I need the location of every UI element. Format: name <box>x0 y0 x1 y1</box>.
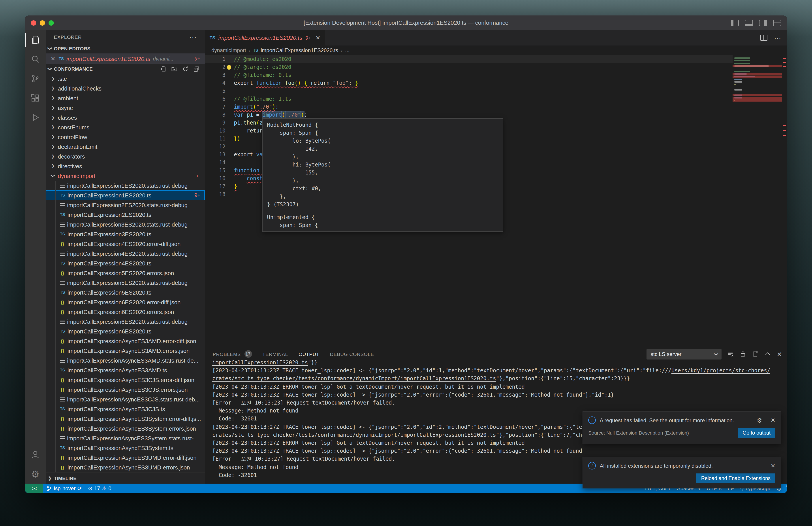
toggle-panel-icon[interactable] <box>745 20 753 26</box>
tree-folder[interactable]: ❯controlFlow <box>46 132 205 142</box>
minimap[interactable] <box>733 55 782 346</box>
editor-more-actions-icon[interactable]: ··· <box>774 34 781 42</box>
tree-file[interactable]: importCallExpression6ES2020.stats.rust-d… <box>46 317 205 326</box>
tree-folder[interactable]: ❯classes <box>46 113 205 122</box>
breadcrumb-file[interactable]: importCallExpression1ES2020.ts <box>261 47 338 54</box>
sync-icon[interactable]: ⟳ <box>77 485 82 492</box>
tree-file[interactable]: TSimportCallExpressionAsyncES3CJS.ts <box>46 404 205 414</box>
source-control-icon[interactable] <box>25 69 46 88</box>
tree-file[interactable]: TSimportCallExpression2ES2020.ts <box>46 210 205 219</box>
tree-folder[interactable]: ❯decorators <box>46 152 205 161</box>
tree-file[interactable]: {}importCallExpressionAsyncES3CJS.errors… <box>46 385 205 394</box>
tree-folder[interactable]: ❯additionalChecks <box>46 84 205 93</box>
extensions-icon[interactable] <box>25 88 46 108</box>
settings-gear-icon[interactable]: ⚙ <box>25 464 46 484</box>
tree-folder[interactable]: ❯dynamicImport● <box>46 171 205 181</box>
tree-file[interactable]: TSimportCallExpression5ES2020.ts <box>46 287 205 297</box>
editor-tab[interactable]: TS importCallExpression1ES2020.ts 9+ ✕ <box>205 30 325 45</box>
tree-file[interactable]: {}importCallExpression4ES2020.error-diff… <box>46 239 205 248</box>
tree-file[interactable]: importCallExpression4ES2020.stats.rust-d… <box>46 248 205 258</box>
clear-output-icon[interactable] <box>727 351 734 357</box>
tree-file[interactable]: importCallExpression3ES2020.stats.rust-d… <box>46 219 205 229</box>
tree-file[interactable]: {}importCallExpressionAsyncES3UMD.error-… <box>46 453 205 463</box>
output-file-link[interactable]: crates/stc_ts_type_checker/tests/conform… <box>212 432 496 438</box>
tree-item-label: directives <box>58 163 82 169</box>
tree-folder[interactable]: ❯ambient <box>46 93 205 103</box>
notification-settings-gear-icon[interactable]: ⚙ <box>757 417 762 424</box>
tree-file[interactable]: importCallExpressionAsyncES3System.stats… <box>46 433 205 443</box>
tree-folder[interactable]: ❯declarationEmit <box>46 142 205 152</box>
notification-close-icon[interactable]: ✕ <box>770 463 775 469</box>
toggle-sidebar-icon[interactable] <box>731 20 739 26</box>
lock-icon[interactable] <box>740 351 746 357</box>
tree-folder[interactable]: ❯.stc <box>46 74 205 84</box>
tree-folder[interactable]: ❯constEnums <box>46 122 205 132</box>
minimize-window-button[interactable] <box>40 20 45 25</box>
tree-file[interactable]: {}importCallExpressionAsyncES3AMD.errors… <box>46 346 205 356</box>
tree-file[interactable]: TSimportCallExpressionAsyncES3System.ts <box>46 443 205 453</box>
tree-file[interactable]: {}importCallExpressionAsyncES3System.err… <box>46 424 205 433</box>
tree-file[interactable]: {}importCallExpression6ES2020.errors.jso… <box>46 307 205 317</box>
toggle-secondary-sidebar-icon[interactable] <box>759 20 767 26</box>
open-editor-item[interactable]: ✕ TS importCallExpression1ES2020.ts dyna… <box>46 54 205 64</box>
tree-item-label: importCallExpressionAsyncES3UMD.error-di… <box>68 454 197 461</box>
tree-file[interactable]: importCallExpression5ES2020.stats.rust-d… <box>46 278 205 287</box>
output-file-link[interactable]: importCallExpression1ES2020.ts <box>212 359 308 366</box>
tree-file[interactable]: TSimportCallExpressionAsyncES3AMD.ts <box>46 365 205 375</box>
output-file-link[interactable]: Users/kdy1/projects/stc-chores/ <box>671 368 770 374</box>
run-debug-icon[interactable] <box>25 108 46 127</box>
close-editor-icon[interactable]: ✕ <box>50 56 56 62</box>
search-icon[interactable] <box>25 49 46 69</box>
collapse-folders-icon[interactable] <box>193 66 200 72</box>
tree-file[interactable]: TSimportCallExpression3ES2020.ts <box>46 229 205 239</box>
explorer-icon[interactable] <box>25 30 46 49</box>
tree-file[interactable]: importCallExpressionAsyncES3AMD.stats.ru… <box>46 356 205 365</box>
close-window-button[interactable] <box>31 20 36 25</box>
tree-file[interactable]: {}importCallExpressionAsyncES3UMD.errors… <box>46 463 205 472</box>
go-to-output-button[interactable]: Go to output <box>738 428 775 438</box>
remote-indicator[interactable]: >< <box>25 484 43 493</box>
code-line: 5 <box>205 87 733 95</box>
split-editor-icon[interactable] <box>760 35 767 41</box>
maximize-panel-icon[interactable] <box>765 351 771 357</box>
tree-file[interactable]: TSimportCallExpression4ES2020.ts <box>46 258 205 268</box>
tree-file[interactable]: {}importCallExpressionAsyncES3AMD.error-… <box>46 336 205 346</box>
tree-file[interactable]: {}importCallExpression6ES2020.error-diff… <box>46 297 205 307</box>
breadcrumb[interactable]: dynamicImport › TS importCallExpression1… <box>205 45 787 55</box>
tree-item-label: importCallExpression1ES2020.stats.rust-d… <box>67 182 188 189</box>
breadcrumb-folder[interactable]: dynamicImport <box>212 47 246 54</box>
new-file-icon[interactable] <box>160 66 166 72</box>
sidebar-more-actions-icon[interactable]: ··· <box>189 33 197 40</box>
tree-file[interactable]: TSimportCallExpression6ES2020.ts <box>46 326 205 336</box>
tree-file[interactable]: {}importCallExpressionAsyncES3CJS.error-… <box>46 375 205 385</box>
tree-folder[interactable]: ❯async <box>46 103 205 113</box>
refresh-icon[interactable] <box>182 66 188 72</box>
tree-file[interactable]: importCallExpressionAsyncES3CJS.stats.ru… <box>46 394 205 404</box>
lightbulb-icon[interactable] <box>227 65 231 69</box>
tab-close-icon[interactable]: ✕ <box>316 34 320 41</box>
close-panel-icon[interactable]: ✕ <box>777 351 782 357</box>
tree-file[interactable]: {}importCallExpressionAsyncES3System.err… <box>46 414 205 424</box>
problems-status-item[interactable]: ⊗17 ⚠0 <box>85 485 115 492</box>
git-branch-item[interactable]: lsp-hover ⟳ <box>43 485 85 492</box>
tree-file[interactable]: TSimportCallExpression1ES2020.ts9+ <box>46 190 205 200</box>
breadcrumb-symbol[interactable]: ... <box>345 47 349 54</box>
tree-file[interactable]: {}importCallExpression5ES2020.errors.jso… <box>46 268 205 278</box>
conformance-section-header[interactable]: ❯ CONFORMANCE <box>46 64 205 74</box>
output-file-link[interactable]: crates/stc_ts_type_checker/tests/conform… <box>212 375 496 382</box>
notification-close-icon[interactable]: ✕ <box>770 417 775 424</box>
timeline-section-header[interactable]: ❯ TIMELINE <box>46 472 205 484</box>
maximize-window-button[interactable] <box>48 20 54 25</box>
open-output-in-editor-icon[interactable] <box>752 351 759 357</box>
account-icon[interactable] <box>25 445 46 464</box>
new-folder-icon[interactable] <box>171 66 177 72</box>
overview-ruler[interactable] <box>782 55 787 346</box>
output-channel-select[interactable]: stc LS server ❯ <box>647 349 722 359</box>
open-editors-header[interactable]: ❯ OPEN EDITORS <box>46 44 205 54</box>
tree-folder[interactable]: ❯directives <box>46 161 205 171</box>
reload-enable-extensions-button[interactable]: Reload and Enable Extensions <box>696 473 775 483</box>
tree-file[interactable]: importCallExpression1ES2020.stats.rust-d… <box>46 181 205 190</box>
tree-file[interactable]: importCallExpression2ES2020.stats.rust-d… <box>46 200 205 210</box>
open-editors-label: OPEN EDITORS <box>54 46 90 51</box>
customize-layout-icon[interactable] <box>773 20 781 26</box>
